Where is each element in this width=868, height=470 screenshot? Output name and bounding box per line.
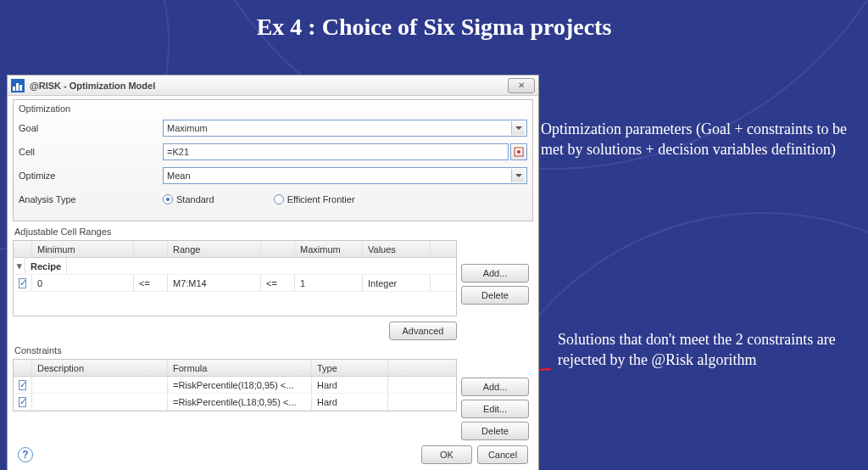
cell-reference-button[interactable]	[510, 143, 527, 160]
help-icon: ?	[22, 449, 28, 461]
col-minimum: Minimum	[32, 241, 134, 257]
optimize-dropdown[interactable]: Mean	[163, 167, 527, 184]
chevron-down-icon	[511, 169, 525, 182]
cell-label: Cell	[19, 147, 163, 157]
optimization-dialog: @RISK - Optimization Model ✕ Optimizatio…	[7, 75, 539, 470]
table-row[interactable]: =RiskPercentile(I18;0,95) <... Hard	[14, 377, 456, 394]
cell-type: Hard	[312, 377, 388, 393]
app-icon	[11, 79, 25, 92]
cell-type: Hard	[312, 394, 388, 410]
cell-formula: =RiskPercentile(I18;0,95) <...	[168, 377, 312, 393]
constraints-grid[interactable]: Description Formula Type =RiskPercentile…	[13, 359, 457, 411]
delete-constraint-button[interactable]: Delete	[461, 422, 529, 440]
table-row[interactable]: 0 <= M7:M14 <= 1 Integer	[14, 275, 456, 292]
svg-point-1	[517, 150, 520, 154]
edit-constraint-button[interactable]: Edit...	[461, 400, 529, 418]
close-icon: ✕	[518, 81, 525, 90]
radio-icon	[274, 194, 284, 204]
advanced-button[interactable]: Advanced	[389, 322, 457, 340]
col-type: Type	[312, 360, 388, 376]
table-header: Minimum Range Maximum Values	[14, 241, 456, 258]
optimize-value: Mean	[167, 171, 191, 181]
cell-min: 0	[32, 275, 134, 291]
cancel-button[interactable]: Cancel	[477, 445, 528, 464]
cell-description	[32, 394, 168, 410]
cell-input[interactable]: =K21	[163, 143, 509, 160]
annotation-optimization: Optimization parameters (Goal + constrai…	[541, 119, 854, 160]
add-constraint-button[interactable]: Add...	[461, 378, 529, 396]
close-button[interactable]: ✕	[508, 78, 535, 93]
target-icon	[514, 147, 524, 157]
titlebar: @RISK - Optimization Model ✕	[8, 76, 538, 96]
cell-op: <=	[134, 275, 168, 291]
goal-dropdown[interactable]: Maximum	[163, 120, 527, 137]
cell-description	[32, 377, 168, 393]
group-name: Recipe	[25, 258, 67, 274]
help-button[interactable]: ?	[18, 447, 33, 462]
cell-formula: =RiskPercentile(L18;0,95) <...	[168, 394, 312, 410]
slide-title: Ex 4 : Choice of Six Sigma projects	[0, 14, 868, 41]
adjustable-section: Adjustable Cell Ranges Minimum Range Max…	[13, 227, 533, 340]
checkbox-icon[interactable]	[19, 278, 26, 288]
adjustable-label: Adjustable Cell Ranges	[14, 227, 533, 237]
goal-label: Goal	[19, 123, 163, 133]
cell-range: M7:M14	[168, 275, 261, 291]
checkbox-icon[interactable]	[19, 397, 26, 407]
col-maximum: Maximum	[295, 241, 363, 257]
table-row[interactable]: =RiskPercentile(L18;0,95) <... Hard	[14, 394, 456, 411]
radio-icon	[163, 194, 173, 204]
cell-op: <=	[261, 275, 295, 291]
annotation-constraints: Solutions that don't meet the 2 constrai…	[558, 329, 854, 371]
dialog-title: @RISK - Optimization Model	[30, 81, 155, 91]
cell-value: =K21	[167, 147, 189, 157]
optimization-section: Optimization Goal Maximum Cell =K21 Opti…	[13, 99, 533, 221]
radio-standard-label: Standard	[176, 194, 214, 204]
dialog-footer: ? OK Cancel	[13, 440, 533, 469]
chevron-down-icon	[511, 121, 525, 135]
delete-range-button[interactable]: Delete	[461, 286, 529, 305]
radio-standard[interactable]: Standard	[163, 194, 214, 204]
table-header: Description Formula Type	[14, 360, 456, 377]
radio-frontier-label: Efficient Frontier	[287, 194, 355, 204]
group-row-recipe[interactable]: ▾ Recipe	[14, 258, 456, 275]
section-label: Optimization	[19, 104, 527, 114]
checkbox-icon[interactable]	[19, 380, 26, 390]
goal-value: Maximum	[167, 123, 208, 133]
col-values: Values	[363, 241, 431, 257]
add-range-button[interactable]: Add...	[461, 264, 529, 283]
ok-button[interactable]: OK	[421, 445, 472, 464]
collapse-icon: ▾	[14, 258, 25, 274]
analysis-type-label: Analysis Type	[19, 194, 163, 204]
col-formula: Formula	[168, 360, 312, 376]
constraints-label: Constraints	[14, 345, 533, 355]
adjustable-grid[interactable]: Minimum Range Maximum Values ▾ Recipe	[13, 240, 457, 316]
cell-max: 1	[295, 275, 363, 291]
constraints-section: Constraints Description Formula Type	[13, 345, 533, 440]
col-range: Range	[168, 241, 261, 257]
cell-values: Integer	[363, 275, 431, 291]
col-description: Description	[32, 360, 168, 376]
optimize-label: Optimize	[19, 171, 163, 181]
radio-efficient-frontier[interactable]: Efficient Frontier	[274, 194, 355, 204]
